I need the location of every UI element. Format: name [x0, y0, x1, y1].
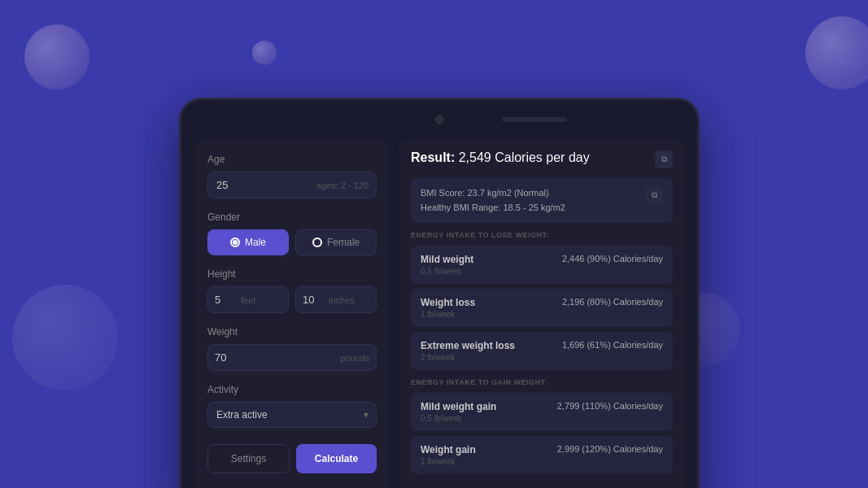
bg-bubble-4: [12, 285, 118, 390]
lose-extreme-card: Extreme weight loss 2 lb/week 1,696 (61%…: [411, 332, 673, 370]
activity-select[interactable]: Sedentary Lightly active Moderately acti…: [207, 402, 377, 428]
gain-mild-card: Mild weight gain 0.5 lb/week 2,799 (110%…: [411, 393, 673, 431]
gender-female-button[interactable]: Female: [295, 229, 377, 255]
bottom-buttons: Settings Calculate: [207, 444, 377, 473]
lose-mild-sub: 0.5 lb/week: [421, 267, 473, 276]
lose-extreme-sub: 2 lb/week: [421, 353, 515, 362]
gain-moderate-info: Weight gain 1 lb/week: [421, 444, 476, 466]
result-calories: 2,549 Calories per day: [459, 150, 590, 164]
height-feet-field: feet: [207, 286, 289, 313]
activity-select-wrap: Sedentary Lightly active Moderately acti…: [207, 402, 377, 428]
height-feet-input[interactable]: [208, 287, 241, 312]
lose-moderate-value: 2,196 (80%) Calories/day: [562, 297, 663, 307]
settings-button[interactable]: Settings: [207, 444, 290, 473]
weight-group: Weight pounds: [207, 326, 377, 371]
bmi-range: Healthy BMI Range: 18.5 - 25 kg/m2: [421, 201, 565, 216]
gain-moderate-label: Weight gain: [421, 444, 476, 455]
gender-row: Male Female: [207, 229, 377, 255]
height-inches-unit: inches: [329, 295, 361, 305]
gender-label: Gender: [207, 211, 377, 223]
lose-mild-info: Mild weight 0.5 lb/week: [421, 254, 473, 276]
lose-extreme-value: 1,696 (61%) Calories/day: [562, 340, 663, 350]
height-inches-input[interactable]: [296, 287, 329, 312]
radio-female-dot: [312, 237, 322, 247]
gain-section-title: ENERGY INTAKE TO GAIN WEIGHT:: [411, 378, 673, 386]
tablet-speaker: [502, 117, 567, 122]
copy-bmi-button[interactable]: ⧉: [645, 186, 663, 204]
bmi-text-block: BMI Score: 23.7 kg/m2 (Normal) Healthy B…: [421, 186, 565, 215]
height-feet-unit: feet: [241, 295, 262, 305]
height-row: feet inches: [207, 286, 377, 313]
weight-label: Weight: [207, 326, 377, 338]
age-group: Age ages: 2 - 120: [207, 154, 377, 198]
activity-group: Activity Sedentary Lightly active Modera…: [207, 384, 377, 428]
weight-field: pounds: [207, 344, 377, 371]
bg-bubble-3: [805, 16, 868, 89]
tablet-content: Age ages: 2 - 120 Gender Male Female: [181, 139, 697, 488]
gender-female-label: Female: [327, 237, 360, 248]
right-panel: Result: 2,549 Calories per day ⧉ BMI Sco…: [399, 139, 684, 488]
bg-bubble-1: [24, 24, 89, 89]
radio-male-dot: [230, 237, 240, 247]
age-label: Age: [207, 154, 377, 165]
calculate-button[interactable]: Calculate: [296, 444, 377, 473]
age-input-wrap: ages: 2 - 120: [207, 172, 377, 198]
result-header: Result: 2,549 Calories per day ⧉: [411, 150, 673, 168]
lose-moderate-info: Weight loss 1 lb/week: [421, 297, 475, 319]
tablet-camera: [435, 115, 443, 124]
lose-mild-label: Mild weight: [421, 254, 473, 265]
age-hint: ages: 2 - 120: [316, 181, 369, 190]
lose-mild-value: 2,446 (90%) Calories/day: [562, 254, 663, 264]
lose-extreme-info: Extreme weight loss 2 lb/week: [421, 340, 515, 362]
weight-input[interactable]: [208, 345, 340, 370]
gender-male-label: Male: [245, 237, 266, 248]
bmi-card: BMI Score: 23.7 kg/m2 (Normal) Healthy B…: [411, 178, 673, 223]
gain-moderate-card: Weight gain 1 lb/week 2,999 (120%) Calor…: [411, 436, 673, 474]
tablet-frame: Age ages: 2 - 120 Gender Male Female: [179, 98, 700, 488]
result-label: Result:: [411, 150, 455, 164]
height-inches-field: inches: [295, 286, 377, 313]
lose-section-title: ENERGY INTAKE TO LOSE WEIGHT:: [411, 231, 673, 239]
lose-extreme-label: Extreme weight loss: [421, 340, 515, 351]
gender-male-button[interactable]: Male: [207, 229, 289, 255]
height-label: Height: [207, 268, 377, 280]
result-title-row: Result: 2,549 Calories per day ⧉: [411, 150, 673, 168]
gain-mild-label: Mild weight gain: [421, 401, 496, 412]
tablet-top-bar: [181, 100, 697, 139]
gain-mild-info: Mild weight gain 0.5 lb/week: [421, 401, 496, 423]
lose-moderate-label: Weight loss: [421, 297, 475, 308]
result-title: Result: 2,549 Calories per day: [411, 150, 590, 165]
lose-moderate-card: Weight loss 1 lb/week 2,196 (80%) Calori…: [411, 289, 673, 327]
gain-mild-sub: 0.5 lb/week: [421, 414, 496, 423]
activity-label: Activity: [207, 384, 377, 395]
bmi-score: BMI Score: 23.7 kg/m2 (Normal): [421, 186, 565, 201]
lose-moderate-sub: 1 lb/week: [421, 310, 475, 319]
bg-bubble-2: [252, 41, 277, 65]
gain-moderate-sub: 1 lb/week: [421, 457, 476, 466]
copy-result-button[interactable]: ⧉: [655, 150, 673, 168]
height-group: Height feet inches: [207, 268, 377, 313]
gain-moderate-value: 2,999 (120%) Calories/day: [557, 444, 663, 454]
left-panel: Age ages: 2 - 120 Gender Male Female: [194, 139, 390, 488]
gain-mild-value: 2,799 (110%) Calories/day: [557, 401, 663, 411]
weight-unit: pounds: [340, 353, 376, 363]
gender-group: Gender Male Female: [207, 211, 377, 255]
lose-mild-card: Mild weight 0.5 lb/week 2,446 (90%) Calo…: [411, 246, 673, 284]
